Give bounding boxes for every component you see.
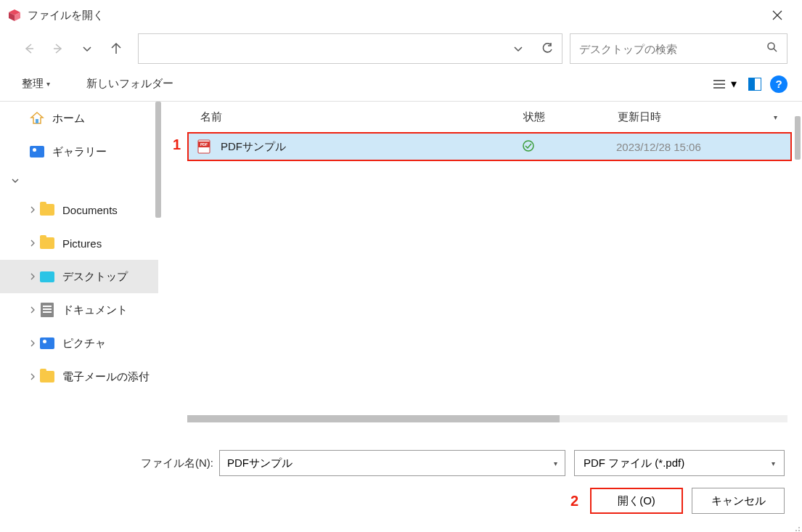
app-icon bbox=[7, 8, 22, 22]
svg-point-20 bbox=[798, 527, 800, 528]
sidebar-section-toggle[interactable] bbox=[0, 168, 158, 193]
annotation-marker-2: 2 bbox=[570, 493, 578, 510]
svg-rect-13 bbox=[36, 119, 38, 123]
search-box[interactable] bbox=[570, 33, 787, 64]
chevron-right-icon bbox=[26, 240, 39, 247]
file-date: 2023/12/28 15:06 bbox=[616, 141, 790, 153]
document-icon bbox=[39, 302, 55, 318]
sidebar: ホーム ギャラリー Documents Pictures bbox=[0, 102, 158, 428]
sidebar-item-label: Pictures bbox=[62, 237, 102, 250]
arrow-right-icon bbox=[52, 42, 65, 55]
sidebar-item-label: ギャラリー bbox=[52, 145, 107, 159]
resize-grip[interactable] bbox=[792, 522, 801, 531]
filename-label: ファイル名(N): bbox=[17, 457, 213, 470]
chevron-right-icon bbox=[26, 340, 39, 347]
bottom-panel: ファイル名(N): ▾ PDF ファイル (*.pdf) ▾ 2 開く(O) キ… bbox=[0, 428, 802, 523]
sidebar-item-label: Documents bbox=[62, 204, 118, 216]
address-dropdown-button[interactable] bbox=[504, 34, 533, 63]
chevron-down-icon: ▾ bbox=[772, 459, 775, 467]
pdf-icon: PDF bbox=[196, 139, 212, 155]
sidebar-item-email-attach[interactable]: 電子メールの添付 bbox=[0, 360, 158, 393]
horizontal-scrollbar[interactable] bbox=[187, 415, 787, 422]
view-mode-button[interactable]: ▾ bbox=[709, 74, 740, 94]
scrollbar-thumb[interactable] bbox=[187, 415, 560, 422]
sidebar-item-documents[interactable]: Documents bbox=[0, 193, 158, 226]
nav-forward-button[interactable] bbox=[44, 34, 73, 63]
filetype-label: PDF ファイル (*.pdf) bbox=[584, 457, 684, 470]
check-circle-icon bbox=[522, 139, 535, 152]
svg-line-9 bbox=[774, 49, 777, 52]
sidebar-item-home[interactable]: ホーム bbox=[0, 102, 158, 135]
nav-back-button[interactable] bbox=[15, 34, 44, 63]
sidebar-item-pictures[interactable]: Pictures bbox=[0, 226, 158, 260]
chevron-right-icon bbox=[26, 373, 39, 380]
filename-combo[interactable]: ▾ bbox=[219, 450, 565, 476]
svg-point-18 bbox=[798, 530, 800, 531]
arrow-up-icon bbox=[110, 42, 123, 55]
filetype-combo[interactable]: PDF ファイル (*.pdf) ▾ bbox=[574, 450, 785, 476]
arrow-left-icon bbox=[22, 42, 36, 55]
picture-icon bbox=[39, 335, 55, 351]
refresh-icon bbox=[541, 42, 554, 55]
file-row[interactable]: PDF PDFサンプル 2023/12/28 15:06 bbox=[187, 132, 792, 161]
list-view-icon bbox=[712, 78, 727, 90]
gallery-icon bbox=[29, 144, 45, 160]
organize-button[interactable]: 整理 ▾ bbox=[15, 73, 57, 95]
cancel-button[interactable]: キャンセル bbox=[692, 488, 785, 514]
open-button[interactable]: 開く(O) bbox=[590, 488, 683, 514]
svg-point-8 bbox=[768, 43, 774, 49]
close-button[interactable] bbox=[760, 0, 795, 30]
main-area: ホーム ギャラリー Documents Pictures bbox=[0, 102, 802, 428]
caret-down-icon: ▾ bbox=[46, 80, 50, 88]
folder-icon bbox=[39, 235, 55, 251]
address-bar[interactable] bbox=[138, 33, 562, 64]
refresh-button[interactable] bbox=[533, 34, 562, 63]
sidebar-item-desktop[interactable]: デスクトップ bbox=[0, 260, 158, 293]
chevron-down-icon: ▾ bbox=[554, 459, 557, 467]
help-button[interactable]: ? bbox=[770, 75, 787, 93]
file-status bbox=[522, 139, 616, 155]
title-bar: ファイルを開く bbox=[0, 0, 802, 30]
window-title: ファイルを開く bbox=[28, 9, 104, 22]
folder-icon bbox=[39, 202, 55, 218]
new-folder-label: 新しいフォルダー bbox=[86, 77, 173, 91]
file-list: 名前 状態 更新日時 ▾ 1 PDF PDFサンプル 2023/12/28 15… bbox=[158, 102, 802, 428]
svg-point-17 bbox=[523, 141, 533, 151]
folder-icon bbox=[39, 369, 55, 385]
toolbar: 整理 ▾ 新しいフォルダー ▾ ? bbox=[0, 67, 802, 102]
sidebar-item-label: ホーム bbox=[52, 112, 85, 126]
sidebar-item-gallery[interactable]: ギャラリー bbox=[0, 135, 158, 168]
search-input[interactable] bbox=[579, 43, 766, 55]
column-date[interactable]: 更新日時 ▾ bbox=[618, 110, 792, 124]
search-icon bbox=[766, 41, 778, 56]
caret-down-icon: ▾ bbox=[731, 77, 737, 91]
sidebar-item-label: ピクチャ bbox=[62, 337, 106, 351]
sidebar-item-documents-jp[interactable]: ドキュメント bbox=[0, 293, 158, 327]
organize-label: 整理 bbox=[22, 77, 44, 91]
annotation-marker-1: 1 bbox=[173, 136, 181, 153]
chevron-right-icon bbox=[26, 306, 39, 314]
new-folder-button[interactable]: 新しいフォルダー bbox=[79, 73, 181, 95]
svg-text:PDF: PDF bbox=[200, 142, 208, 147]
column-status[interactable]: 状態 bbox=[523, 110, 618, 124]
desktop-icon bbox=[39, 269, 55, 285]
vertical-scrollbar[interactable] bbox=[795, 116, 801, 160]
file-name: PDFサンプル bbox=[221, 140, 522, 154]
close-icon bbox=[772, 10, 782, 20]
home-icon bbox=[29, 110, 45, 126]
chevron-down-icon bbox=[9, 177, 22, 184]
filename-input[interactable] bbox=[227, 457, 554, 470]
sidebar-item-label: ドキュメント bbox=[62, 303, 128, 317]
nav-recent-button[interactable] bbox=[73, 34, 102, 63]
chevron-down-icon bbox=[513, 44, 523, 54]
preview-pane-button[interactable] bbox=[748, 78, 761, 91]
chevron-right-icon bbox=[26, 273, 39, 280]
svg-point-19 bbox=[795, 530, 797, 531]
sidebar-item-pictures-jp[interactable]: ピクチャ bbox=[0, 327, 158, 360]
nav-up-button[interactable] bbox=[102, 34, 131, 63]
nav-row bbox=[0, 30, 802, 67]
chevron-right-icon bbox=[26, 206, 39, 213]
column-name[interactable]: 名前 bbox=[200, 110, 523, 124]
column-headers: 名前 状態 更新日時 ▾ bbox=[158, 102, 792, 132]
sidebar-item-label: デスクトップ bbox=[62, 270, 128, 284]
